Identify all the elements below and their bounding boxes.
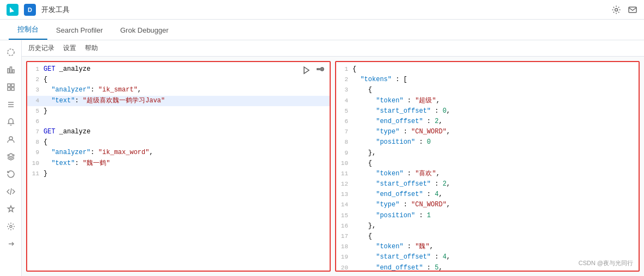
menu-bar: 历史记录 设置 帮助 [22,40,644,57]
svg-rect-4 [10,67,11,73]
out-line-1: 1 { [336,64,639,75]
tab-search-profiler[interactable]: Search Profiler [47,22,112,40]
sidebar-home-icon[interactable] [3,45,18,60]
svg-marker-15 [304,67,309,73]
svg-rect-9 [11,88,14,90]
svg-point-0 [615,8,618,11]
svg-rect-5 [13,70,14,73]
app-title: 开发工具 [41,5,606,15]
topbar: D 开发工具 [0,0,644,20]
output-code[interactable]: 1 { 2 "tokens" : [ 3 { 4 "token" : "超级 [336,62,639,271]
tab-grok-debugger[interactable]: Grok Debugger [112,22,177,40]
main-layout: 历史记录 设置 帮助 [0,40,644,276]
output-panel: 1 { 2 "tokens" : [ 3 { 4 "token" : "超级 [335,61,640,272]
code-line-5: 5 } [27,106,330,116]
sidebar-user-icon[interactable] [3,132,18,147]
out-line-5: 5 "start_offset" : 0, [336,106,639,116]
code-line-8: 8 { [27,137,330,148]
code-line-4: 4 "text": "超级喜欢魏一鹤学习Java" [27,96,330,106]
sidebar-list-icon[interactable] [3,97,18,112]
menu-help[interactable]: 帮助 [85,44,98,53]
sidebar-bell-icon[interactable] [3,114,18,130]
sidebar-grid-icon[interactable] [3,79,18,95]
editor-output-area: 1 GET _analyze 2 { 3 "analyzer": "ik_sma… [22,57,644,276]
out-line-16: 16 }, [336,221,639,231]
out-line-10: 10 { [336,158,639,169]
code-line-7: 7 GET _analyze [27,127,330,137]
svg-rect-1 [629,7,636,13]
sidebar [0,40,22,276]
settings-icon[interactable] [611,5,621,15]
svg-point-13 [9,137,13,140]
sidebar-chart-icon[interactable] [3,62,18,77]
code-line-1: 1 GET _analyze [27,64,330,75]
out-line-9: 9 }, [336,148,639,158]
kibana-logo [7,4,18,16]
svg-point-2 [8,49,14,56]
out-line-8: 8 "position" : 0 [336,137,639,148]
code-line-9: 9 "analyzer": "ik_max_word", [27,148,330,158]
code-line-2: 2 { [27,75,330,85]
app-icon: D [24,4,36,16]
menu-settings[interactable]: 设置 [63,44,76,53]
code-line-10: 10 "text": "魏一鹤" [27,158,330,169]
code-line-11: 11 } [27,169,330,179]
menu-history[interactable]: 历史记录 [28,44,54,53]
out-line-15: 15 "position" : 1 [336,211,639,221]
out-line-17: 17 { [336,231,639,242]
out-line-13: 13 "end_offset" : 4, [336,189,639,200]
code-line-6: 6 [27,116,330,127]
editor-panel: 1 GET _analyze 2 { 3 "analyzer": "ik_sma… [26,61,331,272]
sidebar-settings-icon[interactable] [3,219,18,234]
svg-rect-8 [8,88,10,90]
out-line-11: 11 "token" : "喜欢", [336,169,639,179]
out-line-12: 12 "start_offset" : 2, [336,179,639,189]
out-line-7: 7 "type" : "CN_WORD", [336,127,639,137]
nav-tabs: 控制台 Search Profiler Grok Debugger [0,20,644,40]
run-button[interactable] [300,64,312,76]
svg-rect-7 [11,84,14,87]
svg-rect-6 [8,84,10,87]
tab-console[interactable]: 控制台 [9,20,47,40]
sidebar-refresh-icon[interactable] [3,167,18,182]
out-line-3: 3 { [336,85,639,95]
out-line-14: 14 "type" : "CN_WORD", [336,200,639,210]
sidebar-layers-icon[interactable] [3,149,18,164]
editor-toolbar [300,64,326,76]
out-line-2: 2 "tokens" : [ [336,75,639,85]
svg-point-14 [10,225,12,228]
wrench-button[interactable] [314,64,326,76]
svg-point-16 [321,69,323,70]
mail-icon[interactable] [628,5,637,15]
watermark: CSDN @夜与光同行 [579,259,633,267]
out-line-18: 18 "token" : "魏", [336,242,639,252]
code-line-3: 3 "analyzer": "ik_smart", [27,85,330,95]
editor-code[interactable]: 1 GET _analyze 2 { 3 "analyzer": "ik_sma… [27,62,330,271]
topbar-actions [611,5,637,15]
sidebar-star-icon[interactable] [3,201,18,217]
content-area: 历史记录 设置 帮助 [22,40,644,276]
svg-rect-3 [8,69,9,73]
sidebar-code-icon[interactable] [3,184,18,199]
out-line-6: 6 "end_offset" : 2, [336,116,639,127]
out-line-4: 4 "token" : "超级", [336,96,639,106]
sidebar-arrow-icon[interactable] [3,236,18,252]
